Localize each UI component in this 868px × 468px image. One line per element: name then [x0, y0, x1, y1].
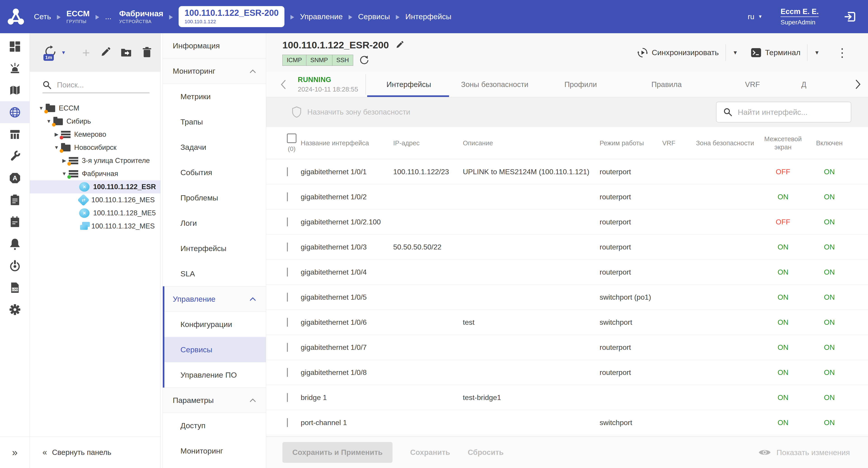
row-checkbox[interactable] — [287, 242, 288, 252]
chevron-down-icon[interactable]: ▼ — [61, 50, 66, 56]
breadcrumb-section[interactable]: Управление — [300, 12, 343, 21]
breadcrumb-network[interactable]: Сеть — [34, 12, 51, 21]
table-row[interactable]: gigabitethernet 1/0/1 100.110.1.122/23 U… — [266, 159, 868, 185]
table-row[interactable]: bridge 1 test-bridge1 ON ON — [266, 385, 868, 410]
chevron-expanded-icon[interactable]: ▼ — [37, 105, 46, 111]
breadcrumb-devices-group[interactable]: Фабричная УСТРОЙСТВА — [119, 9, 163, 24]
nav-journal[interactable] — [0, 211, 30, 233]
breadcrumb-page[interactable]: Интерфейсы — [405, 12, 452, 21]
table-row[interactable]: gigabitethernet 1/0/8 routerport ON ON — [266, 360, 868, 385]
table-row[interactable]: gigabitethernet 1/0/2.100 routerport OFF… — [266, 209, 868, 235]
tree-node-novosibirsk[interactable]: ▼ Новосибирск — [30, 141, 160, 154]
user-menu[interactable]: Eccm E. E. SuperAdmin — [780, 7, 819, 26]
tree-node-fabrichnaya[interactable]: ▼ Фабричная — [30, 167, 160, 180]
tree-node-stroiteley[interactable]: ▶ 3-я улица Строителе — [30, 154, 160, 167]
chevron-expanded-icon[interactable]: ▼ — [60, 171, 69, 177]
nav-dashboard[interactable] — [0, 35, 30, 57]
nav-notifications[interactable] — [0, 233, 30, 255]
select-all-checkbox[interactable] — [287, 134, 297, 143]
save-and-apply-button[interactable]: Сохранить и Применить — [282, 442, 393, 463]
user-name[interactable]: Eccm E. E. — [780, 7, 819, 17]
language-selector[interactable]: ru ▼ — [748, 12, 763, 21]
row-checkbox[interactable] — [287, 293, 288, 302]
collapse-panel-button[interactable]: « Свернуть панель — [30, 437, 160, 468]
move-node-button[interactable] — [121, 47, 132, 59]
table-row[interactable]: port-channel 1 switchport ON ON — [266, 410, 868, 435]
nav-monitoring-control[interactable] — [0, 255, 30, 277]
menu-item-traps[interactable]: Трапы — [163, 109, 266, 134]
panel-resize-gutter[interactable] — [160, 33, 163, 468]
assign-zone-button-disabled[interactable]: Назначить зону безопасности — [291, 106, 410, 118]
tab-profiles[interactable]: Профили — [538, 72, 624, 97]
terminal-dropdown-button[interactable]: ▼ — [814, 49, 819, 56]
nav-settings[interactable] — [0, 299, 30, 321]
nav-automation[interactable]: A — [0, 167, 30, 189]
edit-node-button[interactable] — [100, 47, 111, 59]
table-row[interactable]: gigabitethernet 1/0/2 routerport ON ON — [266, 185, 868, 209]
table-row[interactable]: gigabitethernet 1/0/4 routerport ON ON — [266, 260, 868, 285]
chevron-expanded-icon[interactable]: ▼ — [44, 119, 53, 124]
tabs-scroll-left-icon[interactable] — [280, 79, 286, 90]
tab-interfaces[interactable]: Интерфейсы — [366, 72, 452, 97]
menu-section-monitoring[interactable]: Мониторинг — [163, 59, 266, 84]
breadcrumb-device-active[interactable]: 100.110.1.122_ESR-200 100.110.1.122 — [179, 6, 284, 27]
nav-logs[interactable]: LOG — [0, 277, 30, 299]
table-row[interactable]: gigabitethernet 1/0/7 routerport ON ON — [266, 335, 868, 360]
row-checkbox[interactable] — [287, 318, 288, 327]
refresh-availability-icon[interactable] — [359, 55, 369, 65]
rail-expand-button[interactable]: » — [0, 437, 30, 468]
row-checkbox[interactable] — [287, 418, 288, 427]
row-checkbox[interactable] — [287, 167, 288, 176]
tree-node-kemerovo[interactable]: ▶ Кемерово — [30, 128, 160, 141]
tree-node-eccm[interactable]: ▼ ЕССМ — [30, 102, 160, 115]
tabs-scroll-right-button[interactable] — [848, 72, 868, 97]
more-actions-kebab-icon[interactable]: ⋮ — [836, 47, 848, 59]
save-button[interactable]: Сохранить — [410, 448, 450, 457]
tab-partial[interactable]: Д — [796, 72, 813, 97]
nav-tools[interactable] — [0, 145, 30, 167]
row-checkbox[interactable] — [287, 192, 288, 201]
nav-network[interactable] — [0, 101, 30, 123]
menu-item-software[interactable]: Управление ПО — [163, 362, 266, 388]
row-checkbox[interactable] — [287, 368, 288, 377]
menu-section-management[interactable]: Управление — [163, 286, 266, 312]
tree-node-sibir[interactable]: ▼ Сибирь — [30, 115, 160, 128]
interface-search-input[interactable] — [738, 108, 845, 116]
menu-item-events[interactable]: События — [163, 160, 266, 185]
delete-node-button[interactable] — [142, 47, 152, 59]
sync-dropdown-button[interactable]: ▼ — [733, 49, 738, 56]
synchronize-button[interactable]: Синхронизировать — [637, 47, 718, 58]
nav-tasks[interactable] — [0, 189, 30, 211]
reset-button[interactable]: Сбросить — [468, 448, 504, 457]
terminal-button[interactable]: Терминал — [751, 47, 801, 58]
add-node-button[interactable]: + — [82, 45, 90, 60]
row-checkbox[interactable] — [287, 218, 288, 227]
chevron-expanded-icon[interactable]: ▼ — [52, 145, 61, 151]
nav-inventory[interactable] — [0, 123, 30, 145]
menu-item-information[interactable]: Информация — [163, 33, 266, 59]
chevron-collapsed-icon[interactable]: ▶ — [60, 158, 69, 164]
nav-map[interactable] — [0, 79, 30, 101]
menu-item-services[interactable]: Сервисы — [163, 337, 266, 362]
row-checkbox[interactable] — [287, 393, 288, 402]
menu-item-logs[interactable]: Логи — [163, 210, 266, 236]
nav-alarms[interactable] — [0, 57, 30, 79]
menu-item-interfaces[interactable]: Интерфейсы — [163, 236, 266, 261]
auto-refresh-button[interactable]: 1m — [44, 45, 59, 60]
menu-item-sla[interactable]: SLA — [163, 261, 266, 286]
eccm-logo-icon[interactable] — [7, 8, 25, 26]
menu-item-problems[interactable]: Проблемы — [163, 185, 266, 210]
tree-node-device-122[interactable]: × 100.110.1.122_ESR — [30, 180, 160, 194]
logout-icon[interactable] — [844, 10, 856, 23]
tree-search-input[interactable] — [57, 81, 150, 89]
show-changes-button[interactable]: Показать изменения — [758, 448, 850, 457]
menu-item-param-monitoring[interactable]: Мониторинг — [163, 438, 266, 464]
row-checkbox[interactable] — [287, 343, 288, 352]
edit-title-pencil-icon[interactable] — [395, 41, 404, 49]
tab-vrf[interactable]: VRF — [710, 72, 796, 97]
table-row[interactable]: gigabitethernet 1/0/5 switchport (po1) O… — [266, 285, 868, 310]
table-row[interactable]: gigabitethernet 1/0/3 50.50.50.50/22 rou… — [266, 235, 868, 260]
menu-section-parameters[interactable]: Параметры — [163, 388, 266, 413]
tab-security-zones[interactable]: Зоны безопасности — [452, 72, 538, 97]
table-row[interactable]: gigabitethernet 1/0/6 test switchport ON… — [266, 310, 868, 335]
